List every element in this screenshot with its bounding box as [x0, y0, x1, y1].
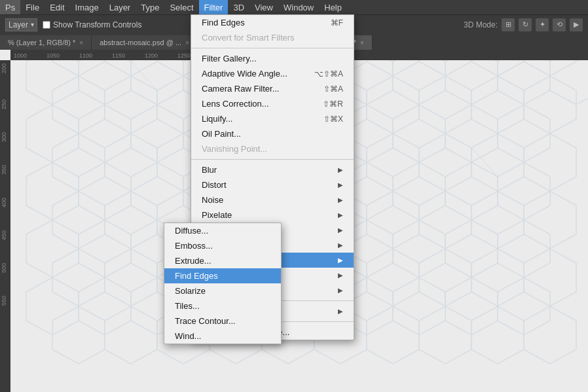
menubar-item-image[interactable]: Image — [70, 0, 104, 14]
stylize-submenu: Diffuse... Emboss... Extrude... Find Edg… — [164, 223, 282, 344]
submenu-item-find-edges[interactable]: Find Edges — [164, 268, 281, 283]
render-arrow: ▶ — [338, 226, 343, 234]
menubar-item-layer[interactable]: Layer — [104, 0, 136, 14]
blur-arrow: ▶ — [338, 166, 343, 173]
submenu-item-extrude[interactable]: Extrude... — [164, 253, 281, 268]
stylize-arrow: ▶ — [338, 257, 343, 264]
menu-item-find-edges-top[interactable]: Find Edges ⌘F — [191, 15, 354, 30]
transform-controls-checkbox-label: Show Transform Controls — [43, 20, 141, 29]
transform-controls-checkbox[interactable] — [43, 21, 50, 29]
menubar-item-edit[interactable]: Edit — [45, 0, 69, 14]
menu-item-distort[interactable]: Distort ▶ — [191, 177, 354, 192]
menubar-item-view[interactable]: View — [249, 0, 278, 14]
menubar-item-select[interactable]: Select — [164, 0, 198, 14]
other-arrow: ▶ — [338, 287, 343, 294]
layer-select[interactable]: Layer ▾ — [5, 18, 37, 31]
layer-select-arrow: ▾ — [31, 21, 34, 28]
submenu-item-trace-contour[interactable]: Trace Contour... — [164, 313, 281, 329]
menu-item-blur[interactable]: Blur ▶ — [191, 162, 354, 177]
tab-2[interactable]: abstract-mosaic.psd @ ... × — [92, 35, 198, 50]
menu-separator-2 — [191, 159, 354, 160]
menu-item-convert-smart: Convert for Smart Filters — [191, 30, 354, 45]
menu-item-vanishing-point: Vanishing Point... — [191, 141, 354, 156]
noise-arrow: ▶ — [338, 196, 343, 204]
menubar-item-file[interactable]: File — [20, 0, 45, 14]
menu-item-liquify[interactable]: Liquify... ⇧⌘X — [191, 111, 354, 126]
menubar-item-filter[interactable]: Filter — [199, 0, 229, 14]
sharpen-arrow: ▶ — [338, 241, 343, 249]
submenu-item-solarize[interactable]: Solarize — [164, 283, 281, 298]
menu-separator-1 — [191, 48, 354, 48]
menubar-item-3d[interactable]: 3D — [228, 0, 249, 14]
3d-mode-label: 3D Mode: — [464, 20, 498, 29]
toolbar-icon-5[interactable]: ▶ — [570, 18, 583, 31]
ruler-vertical: 200 250 300 350 400 450 500 550 — [0, 60, 10, 392]
menu-item-camera-raw[interactable]: Camera Raw Filter... ⇧⌘A — [191, 81, 354, 96]
distort-arrow: ▶ — [338, 181, 343, 188]
submenu-item-emboss[interactable]: Emboss... — [164, 238, 281, 253]
menu-bar: Ps File Edit Image Layer Type Select Fil… — [0, 0, 588, 14]
submenu-item-diffuse[interactable]: Diffuse... — [164, 223, 281, 238]
toolbar-icon-1[interactable]: ⊞ — [502, 18, 515, 31]
toolbar-icon-3[interactable]: ✦ — [536, 18, 549, 31]
tab-3-close[interactable]: × — [360, 39, 364, 46]
submenu-item-wind[interactable]: Wind... — [164, 329, 281, 344]
menubar-item-type[interactable]: Type — [136, 0, 164, 14]
menu-item-filter-gallery[interactable]: Filter Gallery... — [191, 51, 354, 66]
video-arrow: ▶ — [338, 272, 343, 279]
tab-1-close[interactable]: × — [79, 39, 83, 46]
tab-2-close[interactable]: × — [185, 39, 189, 46]
tab-1[interactable]: % (Layer 1, RGB/8) * × — [0, 35, 92, 50]
toolbar-icon-2[interactable]: ↻ — [519, 18, 532, 31]
menubar-item-window[interactable]: Window — [278, 0, 319, 14]
menu-item-pixelate[interactable]: Pixelate ▶ — [191, 207, 354, 223]
menu-item-noise[interactable]: Noise ▶ — [191, 192, 354, 207]
submenu-item-tiles[interactable]: Tiles... — [164, 298, 281, 313]
pixelate-arrow: ▶ — [338, 211, 343, 219]
menubar-item-ps[interactable]: Ps — [0, 0, 20, 14]
menu-item-lens-correction[interactable]: Lens Correction... ⇧⌘R — [191, 96, 354, 111]
digimarc-arrow: ▶ — [338, 308, 343, 315]
menubar-item-help[interactable]: Help — [319, 0, 347, 14]
menu-item-adaptive[interactable]: Adaptive Wide Angle... ⌥⇧⌘A — [191, 66, 354, 81]
toolbar-icon-4[interactable]: ⟲ — [553, 18, 566, 31]
menu-item-oil-paint[interactable]: Oil Paint... — [191, 126, 354, 141]
